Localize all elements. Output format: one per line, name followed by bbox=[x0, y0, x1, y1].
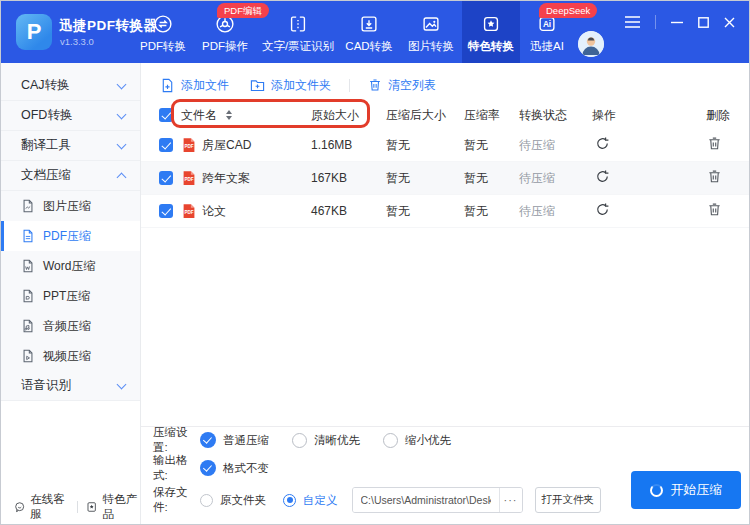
sidebar-item-caj-convert[interactable]: CAJ转换 bbox=[1, 71, 140, 101]
sidebar-sub-label: 图片压缩 bbox=[43, 198, 91, 215]
pdf-file-icon: PDF bbox=[181, 203, 197, 219]
start-compress-button[interactable]: 开始压缩 bbox=[631, 471, 741, 509]
compression-settings-row: 压缩设置: 普通压缩 清晰优先 缩小优先 bbox=[153, 429, 474, 451]
add-folder-button[interactable]: 添加文件夹 bbox=[250, 77, 331, 94]
sidebar-item-word-compress[interactable]: Word压缩 bbox=[1, 251, 140, 281]
file-name: 论文 bbox=[202, 203, 226, 220]
nav-tab-label: 文字/票证识别 bbox=[262, 39, 334, 54]
nav-tab-featured-convert[interactable]: 特色转换 bbox=[462, 1, 520, 63]
menu-icon[interactable] bbox=[625, 16, 640, 28]
open-folder-button[interactable]: 打开文件夹 bbox=[535, 487, 602, 513]
column-header-original-size: 原始大小 bbox=[306, 107, 386, 124]
compress-refresh-icon[interactable] bbox=[595, 202, 701, 220]
nav-tab-ocr[interactable]: 文字/票证识别 bbox=[258, 1, 338, 63]
row-checkbox[interactable] bbox=[159, 138, 173, 152]
featured-products-link[interactable]: 特色产品 bbox=[86, 492, 140, 522]
browse-more-button[interactable]: ··· bbox=[499, 487, 522, 513]
radio-unselected-icon bbox=[383, 433, 398, 448]
delete-trash-icon[interactable] bbox=[707, 202, 749, 220]
svg-text:PDF: PDF bbox=[184, 144, 193, 149]
compress-refresh-icon[interactable] bbox=[595, 169, 701, 187]
minimize-icon[interactable] bbox=[671, 16, 683, 28]
controls-divider bbox=[655, 15, 656, 29]
pdf-doc-icon bbox=[21, 229, 35, 243]
output-format-label: 输出格式: bbox=[153, 453, 200, 483]
ppt-doc-icon bbox=[21, 289, 35, 303]
sidebar-item-ppt-compress[interactable]: PPT压缩 bbox=[1, 281, 140, 311]
option-keep-format[interactable]: 格式不变 bbox=[200, 460, 269, 476]
sidebar-item-ofd-convert[interactable]: OFD转换 bbox=[1, 101, 140, 131]
sidebar-group-label: 语音识别 bbox=[21, 377, 71, 394]
row-checkbox[interactable] bbox=[159, 171, 173, 185]
settings-divider bbox=[141, 426, 749, 427]
option-custom-folder[interactable]: 自定义 bbox=[283, 493, 338, 508]
nav-tab-pdf-edit[interactable]: PDF编辑 PDF操作 bbox=[192, 1, 258, 63]
ratio: 暂无 bbox=[464, 203, 519, 220]
nav-tab-ai[interactable]: DeepSeek Ai 迅捷AI bbox=[520, 1, 574, 63]
nav-tab-pdf-convert[interactable]: PDF转换 bbox=[134, 1, 192, 63]
file-toolbar: 添加文件 添加文件夹 清空列表 bbox=[160, 72, 436, 98]
column-header-filename[interactable]: 文件名 bbox=[181, 107, 306, 124]
chevron-down-icon bbox=[117, 109, 127, 119]
maximize-icon[interactable] bbox=[698, 17, 709, 28]
nav-tab-label: 迅捷AI bbox=[530, 39, 564, 54]
option-original-folder[interactable]: 原文件夹 bbox=[200, 493, 266, 508]
featured-badge-icon bbox=[86, 500, 97, 514]
check-circle-icon bbox=[200, 460, 216, 476]
spinner-icon bbox=[650, 484, 663, 497]
radio-unselected-icon bbox=[200, 494, 213, 507]
sidebar-item-speech-recognition[interactable]: 语音识别 bbox=[1, 371, 140, 401]
sidebar-item-audio-compress[interactable]: 音频压缩 bbox=[1, 311, 140, 341]
close-icon[interactable] bbox=[724, 17, 735, 28]
select-all-checkbox[interactable] bbox=[159, 108, 173, 122]
column-header-status: 转换状态 bbox=[519, 107, 587, 124]
sidebar-item-pdf-compress[interactable]: PDF压缩 bbox=[1, 221, 140, 251]
table-row: PDF 跨年文案 167KB 暂无 暂无 待压缩 bbox=[141, 162, 749, 195]
pdf-file-icon: PDF bbox=[181, 170, 197, 186]
pdf-edit-badge: PDF编辑 bbox=[217, 3, 269, 18]
sidebar-footer: 在线客服 特色产品 bbox=[1, 490, 140, 524]
output-format-row: 输出格式: 格式不变 bbox=[153, 457, 292, 479]
option-clarity-first[interactable]: 清晰优先 bbox=[292, 433, 360, 448]
chevron-down-icon bbox=[117, 379, 127, 389]
sort-icon[interactable] bbox=[226, 110, 232, 120]
ratio: 暂无 bbox=[464, 170, 519, 187]
save-path-group: ··· bbox=[352, 487, 523, 513]
column-header-compressed-size: 压缩后大小 bbox=[386, 107, 464, 124]
sidebar-sub-label: 视频压缩 bbox=[43, 348, 91, 365]
column-header-ratio: 压缩率 bbox=[464, 107, 519, 124]
table-header-row: 文件名 原始大小 压缩后大小 压缩率 转换状态 操作 删除 bbox=[141, 101, 749, 129]
clear-list-button[interactable]: 清空列表 bbox=[368, 77, 436, 94]
compress-refresh-icon[interactable] bbox=[595, 136, 701, 154]
sidebar-item-doc-compress[interactable]: 文档压缩 bbox=[1, 161, 140, 191]
file-name-cell: PDF 论文 bbox=[181, 203, 306, 220]
radio-unselected-icon bbox=[292, 433, 307, 448]
sidebar-item-video-compress[interactable]: 视频压缩 bbox=[1, 341, 140, 371]
delete-trash-icon[interactable] bbox=[707, 169, 749, 187]
sidebar-group-label: 翻译工具 bbox=[21, 137, 71, 154]
user-avatar[interactable] bbox=[578, 31, 604, 57]
option-normal-compress[interactable]: 普通压缩 bbox=[200, 432, 269, 448]
column-header-delete: 删除 bbox=[701, 107, 749, 124]
sidebar: CAJ转换 OFD转换 翻译工具 文档压缩 图片压缩 PDF压缩 bbox=[1, 63, 141, 524]
nav-tab-cad-convert[interactable]: CAD转换 bbox=[338, 1, 400, 63]
option-size-first[interactable]: 缩小优先 bbox=[383, 433, 451, 448]
row-checkbox[interactable] bbox=[159, 204, 173, 218]
nav-tab-image-convert[interactable]: 图片转换 bbox=[400, 1, 462, 63]
image-icon bbox=[420, 13, 442, 35]
app-logo: P bbox=[16, 14, 52, 50]
table-row: PDF 房屋CAD 1.16MB 暂无 暂无 待压缩 bbox=[141, 129, 749, 162]
sidebar-sub-label: 音频压缩 bbox=[43, 318, 91, 335]
chat-smile-icon bbox=[14, 500, 25, 514]
compressed-size: 暂无 bbox=[386, 137, 464, 154]
save-path-input[interactable] bbox=[353, 488, 499, 512]
word-doc-icon bbox=[21, 259, 35, 273]
delete-trash-icon[interactable] bbox=[707, 136, 749, 154]
online-service-link[interactable]: 在线客服 bbox=[14, 492, 68, 522]
add-file-button[interactable]: 添加文件 bbox=[160, 77, 229, 94]
sidebar-item-translate-tools[interactable]: 翻译工具 bbox=[1, 131, 140, 161]
titlebar: P 迅捷PDF转换器 v1.3.3.0 PDF转换 PDF编辑 PDF操作 文字… bbox=[1, 1, 749, 63]
file-table: 文件名 原始大小 压缩后大小 压缩率 转换状态 操作 删除 PDF 房屋CAD … bbox=[141, 101, 749, 228]
sidebar-item-image-compress[interactable]: 图片压缩 bbox=[1, 191, 140, 221]
toolbar-divider bbox=[349, 79, 350, 92]
